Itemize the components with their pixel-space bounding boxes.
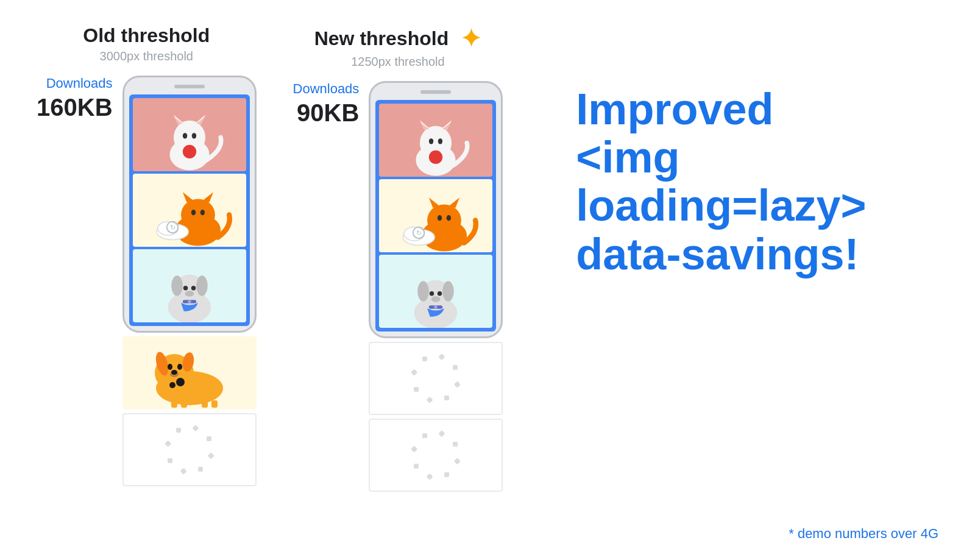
new-cat-yellow-svg: ↻: [379, 179, 492, 252]
main-line3: data-savings!: [576, 230, 859, 278]
svg-marker-4: [174, 118, 182, 124]
svg-marker-5: [196, 118, 204, 124]
svg-point-27: [188, 300, 191, 303]
new-cat-red-svg: [379, 104, 492, 177]
new-downloads-label: Downloads 90KB: [293, 81, 360, 127]
new-spinner-icon-1: [422, 365, 449, 392]
svg-point-67: [438, 291, 442, 296]
new-image-cat-yellow: ↻: [379, 179, 492, 252]
old-threshold-section: Old threshold 3000px threshold Downloads…: [37, 24, 257, 486]
old-spinner-icon: [176, 436, 203, 463]
new-phone-screen: ↻: [375, 100, 496, 331]
svg-point-51: [429, 151, 442, 164]
svg-point-6: [182, 133, 186, 138]
new-threshold-section: New threshold ✦ 1250px threshold Downloa…: [293, 24, 503, 492]
svg-point-7: [191, 133, 196, 138]
svg-point-33: [168, 364, 172, 370]
new-phone-mockup: ↻: [369, 81, 503, 338]
new-threshold-header: New threshold ✦ 1250px threshold: [314, 24, 481, 69]
new-downloads-text: Downloads: [293, 81, 360, 97]
svg-point-22: [196, 275, 208, 296]
new-downloads-size: 90KB: [293, 99, 360, 127]
svg-point-21: [171, 275, 183, 296]
new-threshold-title: New threshold ✦: [314, 24, 481, 52]
old-threshold-title-text: Old threshold: [83, 24, 210, 47]
demo-note: * demo numbers over 4G: [789, 526, 938, 542]
old-below-phone: [122, 336, 257, 486]
old-phone-mockup: ↻: [122, 76, 257, 333]
svg-point-66: [430, 291, 434, 296]
new-threshold-title-text: New threshold: [314, 27, 448, 50]
new-below-phone: [369, 342, 503, 492]
sparkle-icon: ✦: [461, 24, 481, 52]
new-image-cat-red: [379, 104, 492, 177]
svg-rect-40: [181, 400, 187, 408]
new-image-dog-blue: [379, 255, 492, 328]
svg-point-36: [171, 370, 177, 375]
new-spinner-icon-2: [422, 442, 449, 469]
svg-marker-48: [443, 123, 451, 130]
new-phone-speaker: [420, 90, 451, 94]
svg-marker-55: [448, 197, 460, 208]
svg-point-70: [434, 305, 438, 309]
svg-rect-39: [171, 400, 177, 408]
old-downloads-text: Downloads: [37, 76, 113, 91]
main-line2: <img loading=lazy>: [576, 133, 866, 230]
svg-point-23: [183, 286, 187, 290]
old-threshold-sub: 3000px threshold: [83, 49, 210, 63]
old-downloads-label: Downloads 160KB: [37, 76, 113, 121]
svg-point-49: [429, 138, 433, 144]
svg-point-65: [443, 281, 455, 301]
svg-rect-42: [211, 400, 218, 408]
old-threshold-header: Old threshold 3000px threshold: [83, 24, 210, 63]
new-dog-blue-svg: [379, 255, 492, 328]
svg-point-34: [177, 364, 182, 370]
svg-point-50: [438, 138, 442, 144]
svg-marker-12: [202, 192, 213, 202]
main-container: Old threshold 3000px threshold Downloads…: [0, 0, 975, 560]
cat-yellow-svg: ↻: [133, 174, 246, 247]
svg-marker-11: [182, 192, 194, 202]
svg-point-10: [181, 199, 215, 230]
svg-point-13: [191, 210, 195, 215]
old-section-inner: Downloads 160KB: [37, 76, 257, 486]
cat-red-svg: [133, 98, 246, 171]
svg-marker-47: [421, 123, 429, 130]
new-phone-column: ↻: [369, 81, 503, 492]
svg-point-8: [182, 145, 196, 158]
old-phone-speaker: [174, 85, 205, 88]
svg-text:↻: ↻: [170, 224, 176, 231]
old-phone-screen: ↻: [129, 94, 250, 326]
svg-point-56: [438, 215, 442, 221]
old-downloads-size: 160KB: [37, 94, 113, 121]
right-panel: Improved <img loading=lazy> data-savings…: [551, 24, 938, 285]
svg-marker-54: [429, 197, 441, 208]
old-image-cat-red: [133, 98, 246, 171]
new-section-inner: Downloads 90KB: [293, 81, 503, 492]
old-image-cat-yellow: ↻: [133, 174, 246, 247]
old-threshold-title: Old threshold: [83, 24, 210, 47]
svg-point-24: [191, 286, 195, 290]
new-loading-placeholder-1: [369, 342, 503, 415]
old-image-dog-standing: [122, 336, 257, 409]
svg-point-25: [185, 291, 194, 296]
svg-point-57: [447, 215, 451, 221]
svg-point-14: [200, 210, 204, 215]
dog-standing-svg: [122, 336, 257, 409]
svg-point-53: [427, 204, 461, 236]
dog-blue-svg: [133, 249, 246, 322]
svg-point-64: [418, 281, 430, 301]
main-line1: Improved: [576, 85, 773, 133]
svg-point-68: [431, 296, 441, 302]
svg-rect-41: [202, 400, 208, 408]
new-threshold-sub: 1250px threshold: [314, 55, 481, 69]
svg-text:↻: ↻: [417, 229, 422, 236]
old-phone-column: ↻: [122, 76, 257, 486]
new-loading-placeholder-2: [369, 419, 503, 492]
improved-title: Improved <img loading=lazy> data-savings…: [576, 85, 938, 278]
old-image-dog-blue: [133, 249, 246, 322]
svg-point-37: [176, 378, 185, 386]
svg-point-38: [169, 382, 176, 388]
old-loading-placeholder: [122, 413, 257, 486]
